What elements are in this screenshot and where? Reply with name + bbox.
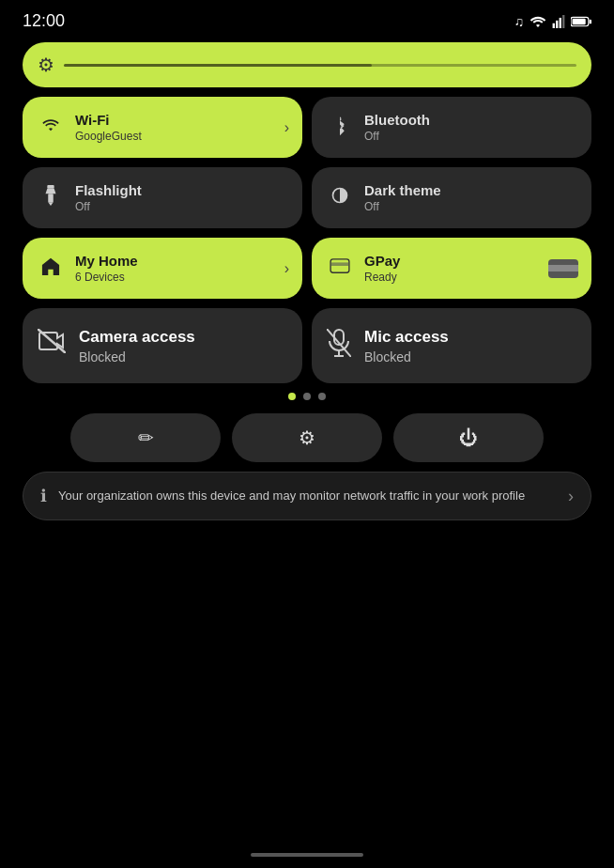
flashlight-label: Flashlight [75,182,142,199]
settings-button[interactable]: ⚙ [232,413,382,462]
power-icon: ⏻ [459,427,478,449]
brightness-icon: ⚙ [38,54,54,76]
tile-darktheme[interactable]: Dark theme Off [312,167,591,228]
power-button[interactable]: ⏻ [393,413,544,462]
svg-marker-8 [46,189,56,194]
camera-access-text: Camera access Blocked [79,327,195,364]
mic-access-card[interactable]: Mic access Blocked [312,308,591,383]
access-cards-row: Camera access Blocked Mic access Blocked [23,308,591,383]
gpay-icon [327,257,353,279]
brightness-fill [64,64,372,67]
media-icon: ♫ [514,14,525,29]
quick-settings-grid: Wi-Fi GoogleGuest › Bluetooth Off [23,97,591,299]
myhome-sub: 6 Devices [75,271,138,284]
bluetooth-icon [327,115,353,140]
mic-access-status: Blocked [364,349,449,364]
bluetooth-sub: Off [364,130,430,143]
pagination [0,393,614,400]
svg-rect-2 [560,17,561,27]
darktheme-label: Dark theme [364,182,441,199]
tile-wifi[interactable]: Wi-Fi GoogleGuest › [23,97,302,158]
myhome-tile-text: My Home 6 Devices [75,253,138,284]
brightness-track[interactable] [64,64,576,67]
wifi-sub: GoogleGuest [75,130,142,143]
tile-bluetooth[interactable]: Bluetooth Off [312,97,591,158]
settings-icon: ⚙ [299,426,315,449]
svg-rect-12 [330,262,349,266]
edit-icon: ✏ [138,426,154,449]
pagination-dot-3[interactable] [318,393,326,400]
tile-gpay[interactable]: GPay Ready [312,238,591,299]
org-chevron-icon: › [568,487,574,506]
status-bar: 12:00 ♫ [0,0,614,39]
svg-rect-0 [553,23,555,27]
darktheme-tile-text: Dark theme Off [364,182,441,213]
wifi-status-icon [530,15,546,28]
gpay-card-icon [548,259,578,278]
svg-rect-6 [590,19,591,23]
flashlight-sub: Off [75,200,142,213]
tile-myhome[interactable]: My Home 6 Devices › [23,238,302,299]
status-time: 12:00 [23,11,65,31]
mic-blocked-icon [327,329,351,364]
battery-status-icon [571,16,591,27]
camera-access-status: Blocked [79,349,195,364]
org-notice-text: Your organization owns this device and m… [58,488,557,504]
wifi-label: Wi-Fi [75,112,142,129]
mic-access-title: Mic access [364,327,449,348]
home-icon [38,256,64,280]
bluetooth-label: Bluetooth [364,112,430,129]
flashlight-tile-text: Flashlight Off [75,182,142,213]
svg-rect-7 [47,185,54,189]
pagination-dot-2[interactable] [303,393,311,400]
myhome-chevron-icon: › [284,260,289,277]
status-icons: ♫ [514,14,592,29]
camera-access-title: Camera access [79,327,195,348]
bluetooth-tile-text: Bluetooth Off [364,112,430,143]
mic-access-text: Mic access Blocked [364,327,449,364]
org-notice[interactable]: ℹ Your organization owns this device and… [23,472,591,520]
flashlight-icon [38,185,64,210]
home-indicator [251,853,363,857]
camera-blocked-icon [38,329,66,360]
darktheme-sub: Off [364,200,441,213]
edit-button[interactable]: ✏ [70,413,221,462]
darktheme-icon [327,186,353,209]
svg-rect-5 [573,18,586,23]
svg-rect-1 [556,20,558,27]
wifi-chevron-icon: › [284,119,289,136]
signal-status-icon [552,15,565,28]
tile-flashlight[interactable]: Flashlight Off [23,167,302,228]
info-icon: ℹ [40,486,47,506]
svg-rect-3 [562,15,564,28]
wifi-icon [38,116,64,138]
pagination-dot-1[interactable] [288,393,296,400]
bottom-controls: ✏ ⚙ ⏻ [23,413,591,462]
brightness-slider[interactable]: ⚙ [23,42,591,87]
gpay-label: GPay [364,253,400,270]
gpay-tile-text: GPay Ready [364,253,400,284]
gpay-sub: Ready [364,271,400,284]
myhome-label: My Home [75,253,138,270]
svg-rect-9 [48,194,54,202]
camera-access-card[interactable]: Camera access Blocked [23,308,302,383]
wifi-tile-text: Wi-Fi GoogleGuest [75,112,142,143]
svg-marker-10 [48,202,54,206]
